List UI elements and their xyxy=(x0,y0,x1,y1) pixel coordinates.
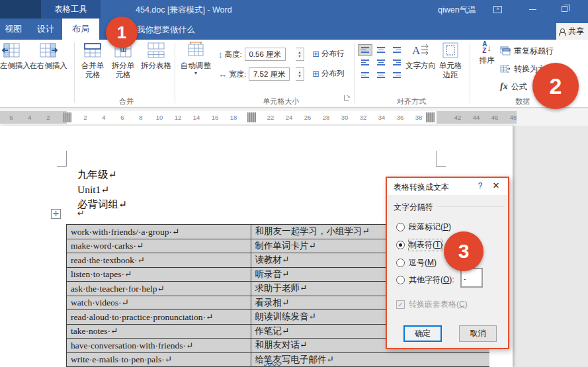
cell-margins-button[interactable]: 单元格边距 xyxy=(435,41,466,79)
row-height-spinner[interactable]: ▲▼ xyxy=(296,48,304,61)
document-paragraphs[interactable]: 九年级↵Unit1↵必背词组↵ xyxy=(77,167,127,212)
ruler-tick: 2 xyxy=(79,111,91,124)
distribute-rows-button[interactable]: ⊞ 分布行 xyxy=(312,49,344,59)
insert-left-button[interactable]: 在左侧插入 xyxy=(0,41,32,71)
align-center-center-button[interactable] xyxy=(374,57,388,68)
minimize-icon[interactable] xyxy=(529,9,536,10)
table-cell-en[interactable]: write·e-mails·to·pen·pals·↵ xyxy=(67,353,251,367)
align-center-left-button[interactable] xyxy=(358,57,372,68)
align-bottom-center-button[interactable] xyxy=(374,69,388,81)
ribbon-separator xyxy=(74,42,75,103)
radio-icon[interactable] xyxy=(396,223,405,231)
merge-cells-icon xyxy=(83,41,103,60)
sort-button[interactable]: A Z ↓ 排序 xyxy=(474,41,500,65)
cancel-button[interactable]: 取消 xyxy=(459,325,497,342)
align-top-center-button[interactable] xyxy=(374,44,388,56)
align-top-right-button[interactable] xyxy=(390,44,404,56)
share-button[interactable]: 共享 xyxy=(556,23,588,40)
table-cell-en[interactable]: read·aloud·to·practice·pronunciation·↵ xyxy=(67,310,251,324)
ruler-table-marker[interactable] xyxy=(247,112,256,122)
formula-icon: fx xyxy=(500,81,508,92)
repeat-header-icon xyxy=(500,46,511,56)
dialog-help-icon[interactable]: ? xyxy=(475,181,485,190)
account-name[interactable]: qiwen气温 xyxy=(438,5,476,16)
ruler-tick: 4 xyxy=(24,111,36,124)
ruler-tick: 44 xyxy=(470,111,482,124)
table-cell-zh[interactable]: 给笔友写电子邮件↵ xyxy=(251,353,489,367)
autofit-dropdown-icon[interactable]: ▾ xyxy=(194,71,197,76)
convert-to-text-icon xyxy=(500,64,511,73)
ruler-tick: 12 xyxy=(172,111,184,124)
paragraph[interactable]: 九年级↵ xyxy=(77,167,127,183)
radio-option-T[interactable]: 制表符(T) xyxy=(396,239,442,250)
cellsize-dialog-launcher-icon[interactable] xyxy=(344,95,351,102)
radio-option-P[interactable]: 段落标记(P) xyxy=(396,222,451,232)
ruler-table-marker[interactable] xyxy=(63,112,71,122)
table-cell-en[interactable]: work·with·friends/·a·group·↵ xyxy=(67,225,251,239)
horizontal-ruler[interactable]: 6422468101214161822242628303234363842444… xyxy=(0,108,588,126)
radio-option-O[interactable]: 其他字符(O): xyxy=(396,274,454,285)
restore-icon[interactable] xyxy=(562,6,567,12)
person-add-icon xyxy=(559,28,566,35)
align-bottom-right-button[interactable] xyxy=(390,69,404,81)
table-cell-en[interactable]: have·conversation·with·friends·↵ xyxy=(67,339,251,352)
table-cell-en[interactable]: watch·videos·↵ xyxy=(67,296,251,310)
radio-label: 逗号(M) xyxy=(409,257,437,268)
dialog-title-bar[interactable]: 表格转换成文本 ? ✕ xyxy=(387,178,508,195)
ribbon-display-options-icon[interactable]: ˄ xyxy=(493,6,502,13)
radio-option-M[interactable]: 逗号(M) xyxy=(396,257,437,268)
paragraph[interactable]: 必背词组↵ xyxy=(77,197,127,212)
col-width-spinner[interactable]: ▲▼ xyxy=(296,67,304,81)
convert-nested-label: 转换嵌套表格(C) xyxy=(409,299,468,310)
table-cell-en[interactable]: take·notes·↵ xyxy=(67,325,251,339)
ruler-tick: 18 xyxy=(228,111,239,124)
row-height-field: ↕ 高度: xyxy=(218,48,286,61)
align-center-right-button[interactable] xyxy=(390,57,404,68)
dialog-close-icon[interactable]: ✕ xyxy=(489,181,503,190)
cellsize-group-label: 单元格大小 xyxy=(222,97,341,106)
align-bottom-left-button[interactable] xyxy=(358,69,372,81)
ribbon-separator xyxy=(175,42,175,103)
radio-selected-icon[interactable] xyxy=(396,241,405,249)
col-width-input[interactable] xyxy=(249,67,290,81)
ok-button[interactable]: 确定 xyxy=(403,325,442,342)
autofit-button[interactable]: 自动调整 ▾ xyxy=(177,41,214,76)
row-height-icon: ↕ xyxy=(218,50,223,60)
convert-nested-checkbox-row[interactable]: ✓ 转换嵌套表格(C) xyxy=(396,299,468,310)
merge-cells-button[interactable]: 合并单元格 xyxy=(78,41,107,79)
radio-icon[interactable] xyxy=(396,276,405,284)
autofit-icon xyxy=(186,41,206,60)
table-cell-en[interactable]: ask·the·teacher·for·help↵ xyxy=(67,282,251,296)
ruler-tick: 28 xyxy=(320,111,332,124)
table-cell-en[interactable]: listen·to·tapes·↵ xyxy=(67,268,251,282)
align-top-left-button[interactable] xyxy=(358,44,372,56)
table-move-handle[interactable]: ✛ xyxy=(51,209,61,219)
split-table-icon xyxy=(146,41,166,60)
ruler-table-marker[interactable] xyxy=(426,112,435,122)
ruler-tick: 2 xyxy=(42,111,54,124)
table-cell-en[interactable]: make·word·carks·↵ xyxy=(67,239,251,253)
ruler-tick: 22 xyxy=(265,111,276,124)
title-bar: 表格工具 454.doc [兼容模式] - Word qiwen气温 ˄ 视图 … xyxy=(0,0,588,40)
distribute-cols-button[interactable]: ⊞ 分布列 xyxy=(312,69,344,79)
table-cell-en[interactable]: read·the·textbook·↵ xyxy=(67,253,251,267)
ruler-tick: 48 xyxy=(507,111,519,124)
row-height-input[interactable] xyxy=(245,48,286,61)
tab-layout[interactable]: 布局 xyxy=(62,19,99,40)
formula-button[interactable]: fx 公式 xyxy=(500,81,527,93)
tab-view[interactable]: 视图 xyxy=(0,19,26,40)
insert-right-button[interactable]: 在右侧插入 xyxy=(28,41,69,71)
radio-icon[interactable] xyxy=(396,259,405,267)
paragraph[interactable]: Unit1↵ xyxy=(77,183,127,198)
merge-group-label: 合并 xyxy=(78,97,175,106)
repeat-header-button[interactable]: 重复标题行 xyxy=(500,45,554,57)
text-direction-button[interactable]: A 文字方向 xyxy=(405,41,437,71)
ruler-tick: 38 xyxy=(413,111,425,124)
ruler-tick: 24 xyxy=(283,111,295,124)
ruler-tick: 16 xyxy=(209,111,221,124)
tab-design[interactable]: 设计 xyxy=(32,19,60,40)
table-row[interactable]: write·e-mails·to·pen·pals·↵给笔友写电子邮件↵ xyxy=(67,353,489,367)
group-divider-line xyxy=(437,206,505,207)
split-table-button[interactable]: 拆分表格 xyxy=(138,41,175,71)
ribbon-separator xyxy=(470,42,470,103)
